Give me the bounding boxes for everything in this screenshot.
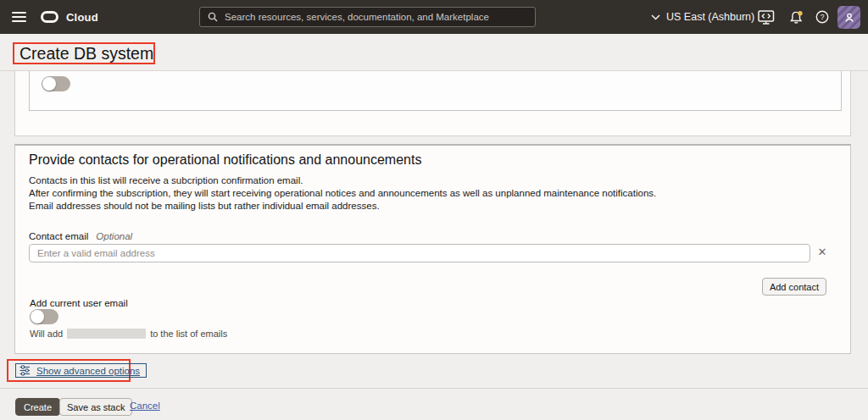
- contact-email-label: Contact email: [29, 231, 88, 241]
- cancel-link[interactable]: Cancel: [130, 401, 160, 411]
- upper-section-panel: [14, 71, 851, 136]
- brand-label[interactable]: Cloud: [66, 11, 98, 24]
- contact-email-input[interactable]: [29, 244, 810, 262]
- add-contact-button[interactable]: Add contact: [762, 278, 826, 296]
- hint-suffix: to the list of emails: [150, 329, 227, 339]
- oracle-logo-icon[interactable]: [41, 11, 58, 23]
- notification-badge: [798, 11, 802, 15]
- current-user-email-hint: Will add to the list of emails: [30, 329, 227, 339]
- page-title: Create DB system: [19, 44, 153, 64]
- global-search[interactable]: [199, 7, 536, 27]
- page-header: Create DB system: [0, 34, 868, 71]
- hint-prefix: Will add: [30, 329, 63, 339]
- redacted-email: [67, 329, 146, 339]
- contacts-description: Contacts in this list will receive a sub…: [29, 174, 656, 213]
- upper-option-card: [29, 71, 842, 111]
- create-button[interactable]: Create: [15, 398, 60, 416]
- optional-tag: Optional: [96, 231, 132, 241]
- create-db-system-page: Cloud US East (Ashburn) ?: [0, 0, 868, 420]
- svg-text:?: ?: [821, 13, 825, 21]
- search-icon: [208, 12, 218, 22]
- sliders-icon: [19, 365, 31, 376]
- cloud-shell-icon[interactable]: [758, 10, 775, 25]
- description-line: Contacts in this list will receive a sub…: [29, 174, 656, 187]
- contacts-heading: Provide contacts for operational notific…: [29, 152, 421, 168]
- chevron-down-icon[interactable]: [651, 14, 660, 20]
- contacts-section-panel: Provide contacts for operational notific…: [14, 144, 851, 354]
- hamburger-menu-icon[interactable]: [12, 12, 26, 22]
- show-advanced-options-link[interactable]: Show advanced options: [36, 366, 140, 376]
- search-input[interactable]: [225, 12, 527, 22]
- notifications-bell-icon[interactable]: [789, 10, 804, 25]
- annotation-box-title: Create DB system: [13, 42, 155, 64]
- add-current-user-email-toggle[interactable]: [30, 309, 58, 324]
- add-current-user-email-label: Add current user email: [30, 298, 128, 308]
- clear-input-icon[interactable]: [815, 246, 829, 259]
- help-icon[interactable]: ?: [815, 10, 829, 24]
- person-icon: [843, 11, 856, 25]
- profile-avatar[interactable]: [837, 6, 860, 29]
- upper-option-toggle[interactable]: [42, 76, 70, 91]
- description-line: After confirming the subscription, they …: [29, 187, 656, 200]
- contact-email-label-row: Contact emailOptional: [29, 231, 132, 241]
- annotation-box-advanced-options: Show advanced options: [7, 359, 131, 382]
- show-advanced-options-button[interactable]: Show advanced options: [15, 363, 147, 378]
- save-as-stack-button[interactable]: Save as stack: [59, 398, 132, 416]
- topbar: Cloud US East (Ashburn) ?: [0, 0, 868, 34]
- description-line: Email addresses should not be mailing li…: [29, 200, 656, 213]
- action-footer: Create Save as stack Cancel: [0, 388, 868, 420]
- region-selector[interactable]: US East (Ashburn): [666, 11, 754, 23]
